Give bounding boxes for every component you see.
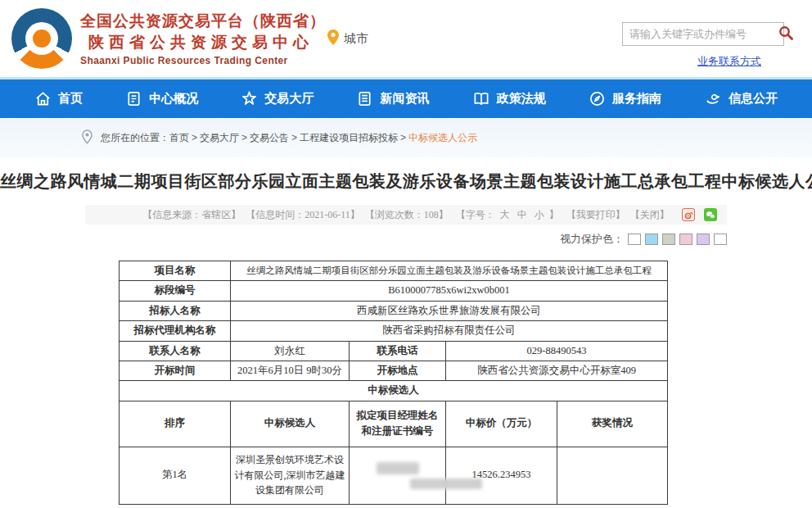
open-time-label: 开标时间: [120, 361, 231, 380]
candidate-rank: 第1名: [120, 447, 231, 504]
main-nav: 首页 中心概况 交易大厅 新闻资讯 政策法规 服务指南 信息公开: [0, 79, 812, 118]
table-row: 标段编号 B6100007785x6wi2xw0b001: [120, 281, 668, 301]
site-logo: 全国公共资源交易平台（陕西省） 陕西省公共资源交易中心 Shaanxi Publ…: [11, 8, 326, 69]
table-row: 中标候选人: [120, 381, 668, 401]
policy-icon: [472, 90, 490, 107]
project-name-label: 项目名称: [120, 261, 231, 281]
site-header: 全国公共资源交易平台（陕西省） 陕西省公共资源交易中心 Shaanxi Publ…: [0, 0, 812, 79]
col-candidate: 中标候选人: [231, 401, 350, 447]
project-name-value: 丝绸之路风情城二期项目街区部分乐园立面主题包装及游乐设备场景主题包装设计施工总承…: [231, 261, 668, 281]
nav-item-service-guide[interactable]: 服务指南: [589, 90, 661, 107]
eye-protect-label: 视力保护色：: [560, 232, 624, 247]
open-place-value: 陕西省公共资源交易中心开标室409: [446, 361, 668, 380]
logo-title-line1: 全国公共资源交易平台（陕西省）: [80, 11, 326, 32]
city-selector[interactable]: 城市: [327, 29, 368, 48]
col-price: 中标价（万元）: [446, 401, 557, 447]
eye-protect-swatch-gray[interactable]: [662, 234, 675, 245]
logo-ring-icon: [11, 8, 72, 69]
agency-value: 陕西省采购招标有限责任公司: [231, 321, 668, 341]
eye-protect-swatch-blue[interactable]: [645, 234, 658, 245]
nav-item-home[interactable]: 首页: [34, 90, 83, 107]
search-button[interactable]: [778, 23, 793, 45]
nav-item-policy[interactable]: 政策法规: [472, 90, 546, 107]
bid-announcement-table: 项目名称 丝绸之路风情城二期项目街区部分乐园立面主题包装及游乐设备场景主题包装设…: [119, 261, 668, 505]
candidate-price: 14526.234953: [446, 447, 557, 504]
nav-item-trading-hall[interactable]: 交易大厅: [241, 90, 314, 107]
table-row: 招标代理机构名称 陕西省采购招标有限责任公司: [120, 321, 668, 341]
agency-label: 招标代理机构名称: [120, 321, 231, 341]
eye-protect-swatch-white2[interactable]: [714, 234, 727, 245]
tenderer-label: 招标人名称: [120, 301, 231, 320]
home-icon: [34, 90, 52, 107]
candidate-manager-redacted: [350, 447, 446, 504]
font-size-small-button[interactable]: 小: [535, 209, 544, 220]
crumb-home[interactable]: 首页: [169, 131, 189, 145]
nav-item-news[interactable]: 新闻资讯: [356, 90, 429, 107]
nav-item-info-disclosure[interactable]: 信息公开: [704, 90, 778, 107]
redacted-block: [410, 479, 482, 489]
redacted-block: [377, 462, 419, 474]
eye-protect-swatch-white[interactable]: [628, 234, 641, 245]
font-size-large-button[interactable]: 大: [500, 209, 510, 220]
overview-icon: [125, 90, 142, 107]
col-rank: 排序: [120, 401, 231, 447]
breadcrumb-pin-icon: [82, 129, 92, 147]
candidate-name: 深圳圣景创筑环境艺术设计有限公司,深圳市艺越建设集团有限公司: [231, 447, 350, 504]
meta-time: 【信息时间：2021-06-11】: [246, 208, 360, 222]
contact-value: 刘永红: [231, 341, 350, 361]
open-place-label: 开标地点: [350, 361, 446, 380]
news-icon: [356, 90, 373, 107]
col-manager: 拟定项目经理姓名和注册证书编号: [350, 401, 446, 447]
breadcrumb-prefix: 您所在的位置：: [101, 131, 169, 145]
col-award: 获奖情况: [557, 401, 668, 447]
article-meta-bar: 【信息来源：省辖区】 【信息时间：2021-06-11】 【浏览次数：108】 …: [85, 205, 727, 225]
table-row: 联系人名称 刘永红 联系电话 029-88490543: [120, 341, 668, 361]
location-pin-icon: [327, 29, 339, 48]
phone-value: 029-88490543: [446, 341, 668, 361]
section-no-value: B6100007785x6wi2xw0b001: [231, 281, 668, 301]
tenderer-value: 西咸新区丝路欢乐世界旅游发展有限公司: [231, 301, 668, 320]
eye-protect-row: 视力保护色：: [85, 232, 727, 247]
print-button[interactable]: 【我要打印】: [566, 208, 625, 222]
font-size-medium-button[interactable]: 中: [517, 209, 527, 220]
table-row: 项目名称 丝绸之路风情城二期项目街区部分乐园立面主题包装及游乐设备场景主题包装设…: [120, 261, 668, 281]
table-row: 开标时间 2021年6月10日 9时30分 开标地点 陕西省公共资源交易中心开标…: [120, 361, 668, 380]
eye-protect-swatch-pink[interactable]: [679, 234, 692, 245]
search-icon: [778, 25, 793, 43]
section-no-label: 标段编号: [120, 281, 231, 301]
info-disclosure-icon: [704, 90, 722, 107]
trading-hall-icon: [241, 90, 258, 107]
search-input[interactable]: [623, 28, 778, 40]
phone-label: 联系电话: [350, 341, 446, 361]
close-button[interactable]: 【关闭】: [630, 208, 670, 222]
eye-protect-swatch-purple[interactable]: [697, 234, 710, 245]
candidates-header-row: 排序 中标候选人 拟定项目经理姓名和注册证书编号 中标价（万元） 获奖情况: [120, 401, 668, 447]
site-search: [622, 22, 784, 46]
breadcrumb: 您所在的位置： 首页 > 交易大厅 > 交易公告 > 工程建设项目招标投标 > …: [0, 118, 812, 157]
table-row: 招标人名称 西咸新区丝路欢乐世界旅游发展有限公司: [120, 301, 668, 320]
meta-source: 【信息来源：省辖区】: [142, 208, 241, 222]
nav-item-overview[interactable]: 中心概况: [125, 90, 198, 107]
logo-title-line2: 陕西省公共资源交易中心: [80, 32, 326, 53]
business-contact-link[interactable]: 业务联系方式: [697, 54, 761, 69]
page-title: 丝绸之路风情城二期项目街区部分乐园立面主题包装及游乐设备场景主题包装设计施工总承…: [0, 170, 812, 193]
contact-label: 联系人名称: [120, 341, 231, 361]
city-selector-label: 城市: [344, 31, 368, 47]
logo-title-english: Shaanxi Public Resources Trading Center: [80, 55, 326, 66]
service-guide-icon: [589, 90, 606, 107]
meta-font-label: 【字号：大 中 小】: [453, 208, 562, 222]
crumb-trade-notice[interactable]: 交易公告: [250, 131, 289, 145]
crumb-current-candidates[interactable]: 中标候选人公示: [408, 131, 477, 145]
share-weibo-icon[interactable]: [682, 208, 695, 221]
share-wechat-icon[interactable]: [704, 208, 717, 221]
crumb-trading-hall[interactable]: 交易大厅: [200, 131, 239, 145]
candidate-award: [557, 447, 668, 504]
meta-views: 【浏览次数：108】: [365, 208, 449, 222]
candidate-row-1: 第1名 深圳圣景创筑环境艺术设计有限公司,深圳市艺越建设集团有限公司 14526…: [120, 447, 668, 504]
candidates-section-title: 中标候选人: [120, 381, 668, 401]
crumb-project-bidding[interactable]: 工程建设项目招标投标: [300, 131, 398, 145]
open-time-value: 2021年6月10日 9时30分: [231, 361, 350, 380]
